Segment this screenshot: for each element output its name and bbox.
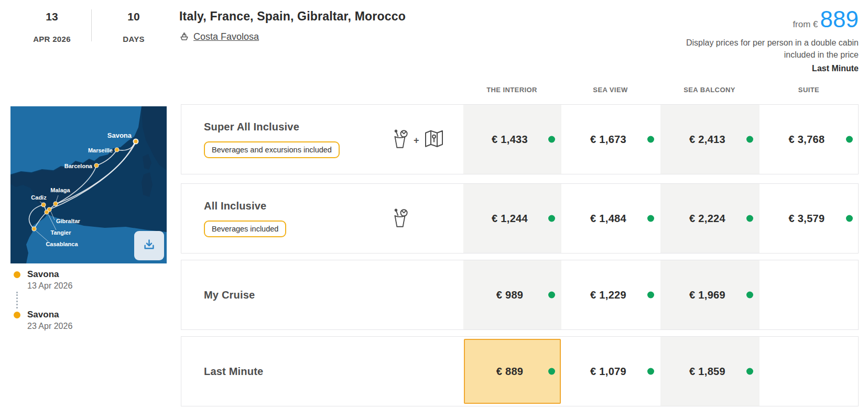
ship-link[interactable]: Costa Favolosa	[193, 31, 259, 42]
availability-dot	[647, 136, 654, 143]
port-dot	[45, 210, 49, 214]
price-cell	[760, 260, 859, 329]
price-cell[interactable]: € 1,673	[561, 105, 660, 174]
price-value: € 2,413	[689, 134, 725, 146]
cruise-header: Italy, France, Spain, Gibraltar, Morocco…	[179, 9, 406, 43]
price-cell	[760, 337, 859, 406]
price-cell[interactable]: € 3,579	[760, 184, 859, 253]
duration-label: DAYS	[92, 35, 176, 43]
from-label: from €	[793, 19, 818, 30]
stop-port: Savona	[27, 310, 72, 320]
ship-icon	[179, 31, 189, 43]
price-cell[interactable]: € 1,433	[463, 105, 561, 174]
price-value: € 889	[496, 366, 524, 378]
fare-badge: Beverages and excursions included	[204, 141, 340, 158]
download-icon	[142, 238, 156, 253]
drink-icon	[391, 129, 409, 152]
port-label: Gibraltar	[56, 218, 81, 224]
fare-row: Super All InclusiveBeverages and excursi…	[181, 104, 859, 174]
fare-label-cell: All InclusiveBeverages included	[181, 184, 463, 253]
stop-date: 23 Apr 2026	[27, 322, 72, 331]
column-header: THE INTERIOR	[463, 86, 561, 97]
price-cell[interactable]: € 1,484	[561, 184, 660, 253]
fare-label-cell: My Cruise	[181, 260, 463, 329]
availability-dot	[647, 292, 654, 299]
departure-month-year: APR 2026	[13, 35, 91, 43]
availability-dot	[746, 292, 753, 299]
column-header: SEA VIEW	[561, 86, 660, 97]
port-label: Malaga	[50, 187, 70, 193]
port-dot	[94, 163, 99, 168]
download-map-button[interactable]	[134, 231, 164, 260]
port-dot	[115, 148, 119, 152]
price-value: € 1,433	[492, 134, 528, 146]
price-disclaimer: Display prices for per person in a doubl…	[682, 37, 859, 61]
port-label: Barcelona	[64, 163, 93, 169]
fare-name: Last Minute	[204, 366, 463, 378]
fare-row: Last Minute€ 889€ 1,079€ 1,859	[181, 336, 859, 406]
fare-label-cell: Last Minute	[181, 337, 463, 406]
port-dot	[53, 202, 58, 206]
cruise-duration: 10 DAYS	[92, 7, 176, 43]
from-price: 889	[820, 8, 859, 30]
price-cell[interactable]: € 2,224	[660, 184, 760, 253]
port-dot	[41, 203, 46, 207]
port-dot	[32, 227, 36, 231]
page-title: Italy, France, Spain, Gibraltar, Morocco	[179, 9, 406, 24]
drink-icon	[391, 208, 409, 231]
price-value: € 1,969	[689, 289, 725, 301]
availability-dot	[548, 292, 555, 299]
fare-icons: +	[391, 129, 444, 152]
column-header: SUITE	[759, 86, 859, 97]
price-cell[interactable]: € 1,969	[660, 260, 760, 329]
price-value: € 1,079	[590, 366, 626, 378]
price-cell[interactable]: € 1,244	[463, 184, 561, 253]
duration-value: 10	[92, 10, 176, 23]
fare-label-cell: Super All InclusiveBeverages and excursi…	[181, 105, 463, 174]
availability-dot	[746, 215, 753, 222]
price-cell[interactable]: € 3,768	[760, 105, 859, 174]
price-cell[interactable]: € 989	[463, 260, 561, 329]
price-value: € 1,229	[590, 289, 626, 301]
availability-dot	[647, 368, 654, 375]
price-cell[interactable]: € 2,413	[660, 105, 760, 174]
price-cell[interactable]: € 1,859	[660, 337, 760, 406]
stop-dot	[14, 271, 20, 278]
fare-row: My Cruise€ 989€ 1,229€ 1,969	[181, 260, 859, 330]
price-value: € 2,224	[689, 213, 725, 225]
fare-badge: Beverages included	[204, 220, 286, 237]
stop-dot	[14, 312, 20, 318]
availability-dot	[746, 136, 753, 143]
stop-port: Savona	[27, 269, 72, 280]
stop-date: 13 Apr 2026	[27, 281, 72, 291]
column-header: SEA BALCONY	[660, 86, 759, 97]
map-icon	[424, 129, 444, 151]
port-label: Cadiz	[31, 194, 47, 201]
fare-name: My Cruise	[204, 289, 463, 301]
price-value: € 3,768	[789, 134, 825, 146]
cruise-offer-page: 13 APR 2026 10 DAYS Italy, France, Spain…	[0, 0, 868, 419]
price-cell[interactable]: € 889	[463, 337, 561, 406]
port-label: Savona	[107, 131, 132, 139]
availability-dot	[548, 215, 555, 222]
price-summary: from € 889 Display prices for per person…	[682, 8, 859, 73]
availability-dot	[846, 136, 853, 143]
price-cell[interactable]: € 1,229	[561, 260, 660, 329]
port-label: Casablanca	[46, 241, 78, 247]
itinerary-list: Savona 13 Apr 2026 Savona 23 Apr 2026	[10, 269, 168, 331]
price-value: € 989	[496, 289, 524, 301]
pricing-table: THE INTERIORSEA VIEWSEA BALCONYSUITESupe…	[181, 83, 860, 413]
availability-dot	[647, 215, 654, 222]
fare-name: All Inclusive	[204, 200, 463, 212]
price-value: € 1,484	[590, 213, 626, 225]
itinerary-stop: Savona 23 Apr 2026	[10, 310, 168, 331]
itinerary-stop: Savona 13 Apr 2026	[10, 269, 168, 291]
port-label: Tangier	[51, 229, 72, 236]
price-cell[interactable]: € 1,079	[561, 337, 660, 406]
itinerary-map: SavonaMarseilleBarcelonaMalagaCadizGibra…	[10, 106, 167, 263]
availability-dot	[746, 368, 753, 375]
fare-row: All InclusiveBeverages included€ 1,244€ …	[181, 183, 859, 253]
availability-dot	[548, 136, 555, 143]
price-value: € 1,859	[689, 366, 725, 378]
port-dot	[134, 139, 138, 144]
